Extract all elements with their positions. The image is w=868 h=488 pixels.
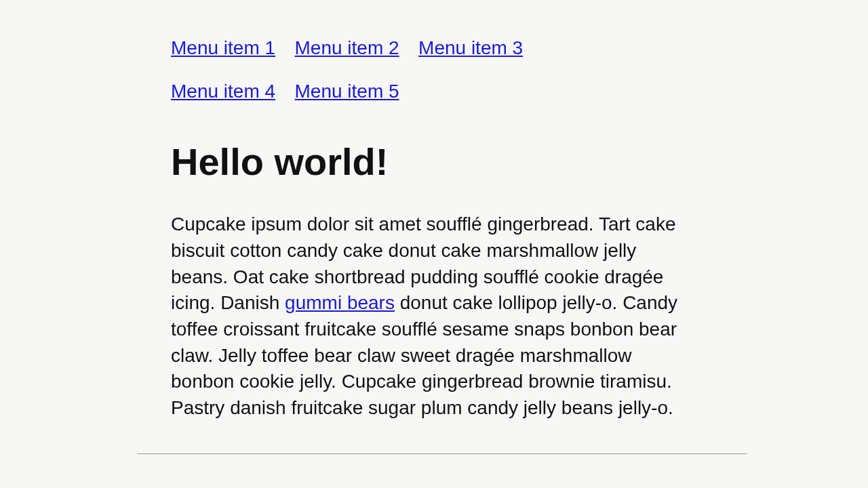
nav-link-5[interactable]: Menu item 5 [295,80,399,103]
nav-link-3[interactable]: Menu item 3 [418,37,523,60]
main-nav: Menu item 1 Menu item 2 Menu item 3 Menu… [171,37,686,123]
body-paragraph: Cupcake ipsum dolor sit amet soufflé gin… [171,211,686,421]
page-heading: Hello world! [171,139,686,184]
nav-link-1[interactable]: Menu item 1 [171,37,275,60]
inline-link-gummi-bears[interactable]: gummi bears [285,292,395,313]
nav-link-4[interactable]: Menu item 4 [171,80,275,103]
nav-link-2[interactable]: Menu item 2 [295,37,399,60]
divider [137,453,747,454]
